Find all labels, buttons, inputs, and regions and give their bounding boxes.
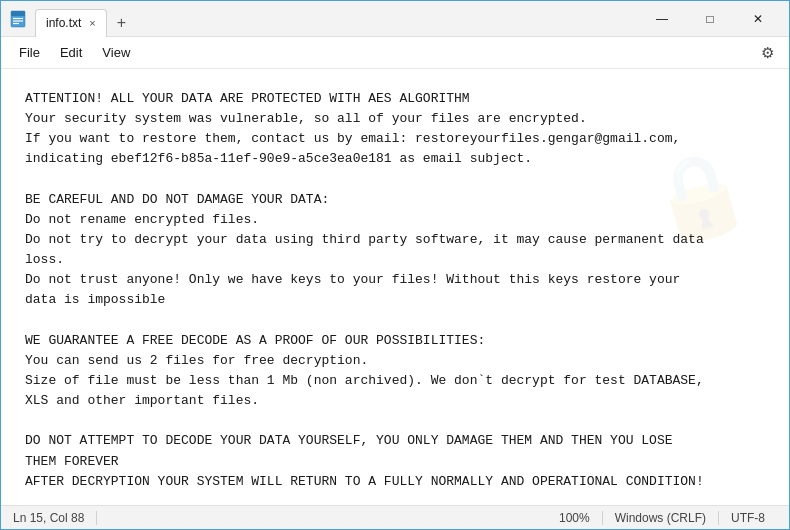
new-tab-button[interactable]: + (109, 9, 134, 37)
notepad-window: info.txt × + — □ ✕ File Edit View ⚙ 🔒 AT… (0, 0, 790, 530)
maximize-button[interactable]: □ (687, 3, 733, 35)
document-text[interactable]: ATTENTION! ALL YOUR DATA ARE PROTECTED W… (25, 89, 765, 492)
zoom-level[interactable]: 100% (547, 511, 603, 525)
status-bar: Ln 15, Col 88 100% Windows (CRLF) UTF-8 (1, 505, 789, 529)
settings-icon[interactable]: ⚙ (753, 39, 781, 67)
text-content-area[interactable]: 🔒 ATTENTION! ALL YOUR DATA ARE PROTECTED… (1, 69, 789, 505)
tab-close-button[interactable]: × (89, 17, 95, 29)
menu-bar-right: ⚙ (753, 39, 781, 67)
title-bar-left: info.txt × + (9, 5, 639, 33)
minimize-button[interactable]: — (639, 3, 685, 35)
tab-label: info.txt (46, 16, 81, 30)
title-bar: info.txt × + — □ ✕ (1, 1, 789, 37)
tab-area: info.txt × + (35, 5, 134, 33)
close-button[interactable]: ✕ (735, 3, 781, 35)
file-menu[interactable]: File (9, 41, 50, 64)
active-tab[interactable]: info.txt × (35, 9, 107, 37)
content-inner: ATTENTION! ALL YOUR DATA ARE PROTECTED W… (25, 89, 765, 492)
app-icon (9, 10, 27, 28)
line-col-indicator: Ln 15, Col 88 (13, 511, 97, 525)
svg-rect-1 (11, 11, 25, 16)
encoding[interactable]: UTF-8 (719, 511, 777, 525)
menu-bar: File Edit View ⚙ (1, 37, 789, 69)
edit-menu[interactable]: Edit (50, 41, 92, 64)
window-controls: — □ ✕ (639, 3, 781, 35)
line-ending[interactable]: Windows (CRLF) (603, 511, 719, 525)
view-menu[interactable]: View (92, 41, 140, 64)
